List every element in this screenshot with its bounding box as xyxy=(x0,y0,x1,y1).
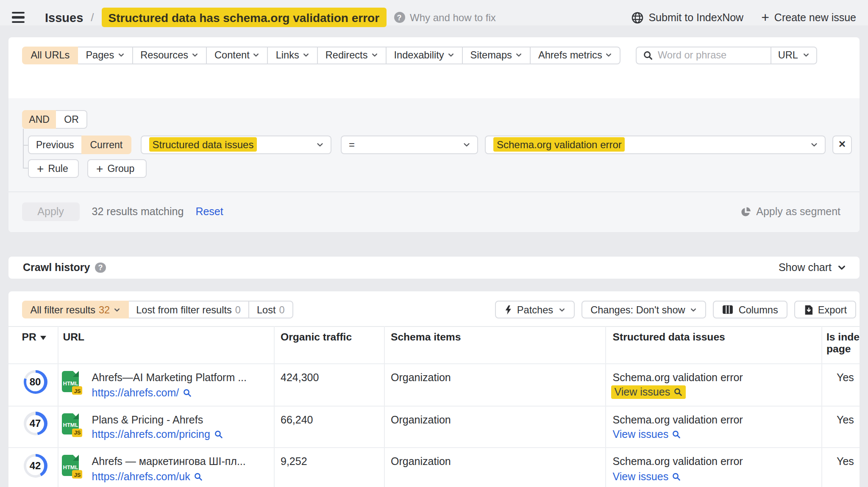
logic-and-button[interactable]: AND xyxy=(22,110,56,129)
html-file-icon: HTMLJS xyxy=(62,413,79,434)
results-table-panel: All filter results 32 Lost from filter r… xyxy=(8,291,860,487)
column-header-pr[interactable]: PR xyxy=(22,332,47,343)
table-row: 47 HTMLJS Plans & Pricing - Ahrefs https… xyxy=(8,405,860,447)
page-url-link[interactable]: https://ahrefs.com/ xyxy=(92,387,192,398)
breadcrumb-issues[interactable]: Issues xyxy=(45,11,83,24)
chevron-down-icon xyxy=(253,52,260,58)
page-url-link[interactable]: https://ahrefs.com/pricing xyxy=(92,429,223,440)
filter-tab-resources[interactable]: Resources xyxy=(132,46,207,64)
header-actions: Submit to IndexNow + Create new issue xyxy=(632,11,856,24)
filter-tab-pages[interactable]: Pages xyxy=(77,46,133,64)
operator-select[interactable]: = xyxy=(340,135,478,154)
table-row: 42 HTMLJS Ahrefs — маркетингова ШІ-пл...… xyxy=(8,447,860,487)
column-header-url[interactable]: URL xyxy=(63,332,84,343)
table-actions: Patches Changes: Don't show Columns Expo… xyxy=(495,301,856,319)
inspect-icon xyxy=(214,430,223,439)
plus-icon: + xyxy=(96,163,103,174)
filter-tab-ahrefs-metrics[interactable]: Ahrefs metrics xyxy=(530,46,621,64)
tab-lost[interactable]: Lost 0 xyxy=(248,301,293,319)
inspect-icon xyxy=(672,430,680,439)
chevron-down-icon xyxy=(837,263,846,272)
organic-traffic-cell: 424,300 xyxy=(281,372,319,384)
column-header-is-index-page[interactable]: Is index page xyxy=(826,332,860,355)
results-count: 32 results matching xyxy=(92,206,184,218)
inspect-icon xyxy=(183,388,192,397)
tab-all-filter-results[interactable]: All filter results 32 xyxy=(22,301,129,319)
patches-button[interactable]: Patches xyxy=(495,301,574,319)
schema-items-cell: Organization xyxy=(391,456,451,468)
search-input[interactable]: Word or phrase xyxy=(637,49,771,61)
search-placeholder: Word or phrase xyxy=(658,49,726,61)
chevron-down-icon xyxy=(113,307,120,313)
crawl-history-panel: Crawl history ? Show chart xyxy=(8,257,860,279)
organic-traffic-cell: 66,240 xyxy=(281,414,313,426)
page-rating-badge: 80 xyxy=(23,370,47,394)
filter-tab-sitemaps[interactable]: Sitemaps xyxy=(462,46,531,64)
html-file-icon: HTMLJS xyxy=(62,371,79,393)
chevron-down-icon xyxy=(690,307,697,313)
chevron-down-icon xyxy=(371,52,378,58)
changes-select[interactable]: Changes: Don't show xyxy=(581,301,707,319)
chevron-down-icon xyxy=(316,141,324,148)
add-group-button[interactable]: +Group xyxy=(87,160,147,178)
view-issues-link[interactable]: View issues xyxy=(611,385,686,399)
question-icon[interactable]: ? xyxy=(95,263,106,273)
js-badge: JS xyxy=(72,387,83,395)
is-index-page-cell: Yes xyxy=(837,372,854,384)
pie-chart-icon xyxy=(740,206,751,217)
create-new-issue-button[interactable]: + Create new issue xyxy=(761,11,856,24)
column-header-structured-data-issues[interactable]: Structured data issues xyxy=(613,332,725,343)
chevron-down-icon xyxy=(462,141,470,148)
search-icon xyxy=(643,50,653,60)
view-issues-link[interactable]: View issues xyxy=(613,470,681,482)
columns-icon xyxy=(723,305,734,315)
search-mode-select[interactable]: URL xyxy=(771,49,816,61)
filter-tab-redirects[interactable]: Redirects xyxy=(317,46,387,64)
logic-toggle: AND OR xyxy=(22,110,88,129)
column-header-organic-traffic[interactable]: Organic traffic xyxy=(281,332,352,343)
apply-as-segment-button[interactable]: Apply as segment xyxy=(740,206,840,218)
advanced-filter-builder: AND OR Previous Current Structured data … xyxy=(8,98,860,232)
chevron-down-icon xyxy=(303,52,309,58)
filter-tab-content[interactable]: Content xyxy=(206,46,268,64)
column-header-schema-items[interactable]: Schema items xyxy=(391,332,461,343)
hamburger-menu-icon[interactable] xyxy=(12,12,25,23)
crawl-history-title: Crawl history ? xyxy=(23,262,106,274)
scope-current-button[interactable]: Current xyxy=(82,135,131,154)
inspect-icon xyxy=(673,388,682,396)
export-button[interactable]: Export xyxy=(794,301,856,319)
view-issues-link[interactable]: View issues xyxy=(613,429,681,440)
submit-indexnow-button[interactable]: Submit to IndexNow xyxy=(632,11,743,23)
field-select[interactable]: Structured data issues xyxy=(141,135,331,154)
plus-icon: + xyxy=(37,163,44,174)
scope-previous-button[interactable]: Previous xyxy=(28,135,83,154)
filter-tab-all-urls[interactable]: All URLs xyxy=(22,46,78,64)
plus-icon: + xyxy=(761,11,769,24)
reset-link[interactable]: Reset xyxy=(195,206,223,218)
question-icon: ? xyxy=(394,12,405,23)
tab-lost-from-filter-results[interactable]: Lost from filter results 0 xyxy=(128,301,249,319)
add-rule-button[interactable]: +Rule xyxy=(28,160,79,178)
value-select[interactable]: Schema.org validation error xyxy=(485,135,825,154)
show-chart-toggle[interactable]: Show chart xyxy=(779,262,846,274)
page-title-cell: Ahrefs—AI Marketing Platform ... xyxy=(92,372,247,384)
remove-rule-button[interactable]: ✕ xyxy=(832,135,852,154)
sort-desc-icon xyxy=(40,335,47,340)
js-badge: JS xyxy=(72,429,83,437)
schema-items-cell: Organization xyxy=(391,414,451,426)
export-icon xyxy=(804,305,813,315)
chevron-down-icon xyxy=(448,52,454,58)
issue-cell: Schema.org validation error xyxy=(613,372,743,384)
apply-button[interactable]: Apply xyxy=(22,202,80,221)
page-url-link[interactable]: https://ahrefs.com/uk xyxy=(92,470,203,482)
filter-tab-indexability[interactable]: Indexability xyxy=(385,46,462,64)
logic-or-button[interactable]: OR xyxy=(56,110,88,129)
filter-tab-links[interactable]: Links xyxy=(267,46,318,64)
search-group: Word or phrase URL xyxy=(636,46,817,64)
globe-icon xyxy=(632,11,643,23)
chevron-down-icon xyxy=(558,307,565,313)
columns-button[interactable]: Columns xyxy=(713,301,787,319)
filters-panel: All URLs Pages Resources Content Links R… xyxy=(8,37,860,232)
help-link[interactable]: ? Why and how to fix xyxy=(394,11,496,23)
chevron-down-icon xyxy=(606,52,612,58)
